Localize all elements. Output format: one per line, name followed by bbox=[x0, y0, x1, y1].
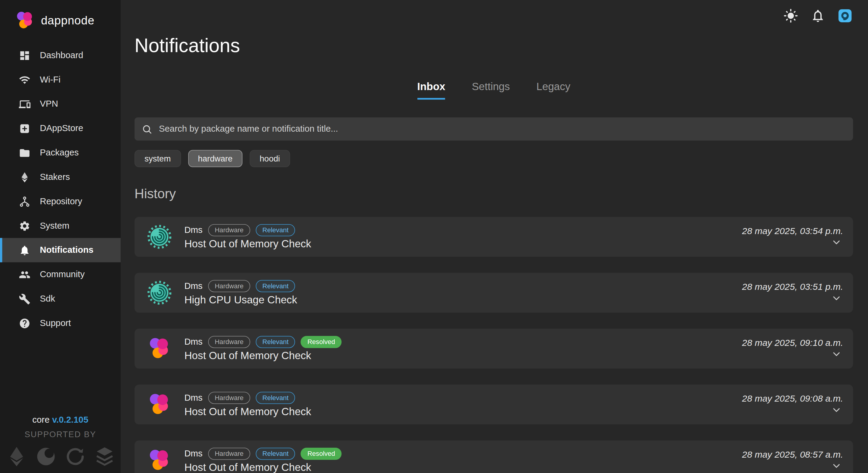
wifi-icon bbox=[19, 74, 30, 86]
hardware-badge: Hardware bbox=[208, 280, 250, 292]
sidebar-item-label: Support bbox=[40, 318, 71, 328]
card-body: Dms Hardware Relevant Resolved Host Out … bbox=[184, 447, 342, 473]
card-source: Dms bbox=[184, 449, 203, 459]
brand[interactable]: dappnode bbox=[0, 0, 121, 39]
bell-icon[interactable] bbox=[810, 8, 826, 24]
notification-card[interactable]: Dms Hardware Relevant Resolved Host Out … bbox=[134, 440, 853, 473]
notification-timestamp: 28 may 2025, 03:54 p.m. bbox=[742, 226, 843, 236]
notification-title: Host Out of Memory Check bbox=[184, 238, 311, 250]
hardware-badge: Hardware bbox=[208, 447, 250, 460]
tab-settings[interactable]: Settings bbox=[472, 81, 510, 99]
sidebar-item-stakers[interactable]: Stakers bbox=[0, 165, 121, 189]
packages-folder-icon bbox=[19, 147, 30, 159]
filter-chips: system hardware hoodi bbox=[134, 150, 853, 167]
notification-timestamp: 28 may 2025, 09:08 a.m. bbox=[742, 393, 843, 404]
sidebar-item-repository[interactable]: Repository bbox=[0, 189, 121, 214]
eth-diamond-logo bbox=[5, 444, 27, 469]
card-body: Dms Hardware Relevant Host Out of Memory… bbox=[184, 224, 311, 250]
sidebar-item-label: DAppStore bbox=[40, 124, 83, 133]
card-body: Dms Hardware Relevant Host Out of Memory… bbox=[184, 391, 311, 417]
dappstore-icon bbox=[19, 123, 30, 134]
card-right: 28 may 2025, 03:54 p.m. bbox=[742, 226, 843, 248]
sidebar-item-community[interactable]: Community bbox=[0, 262, 121, 287]
sidebar-item-label: Sdk bbox=[40, 294, 55, 304]
sidebar-item-dashboard[interactable]: Dashboard bbox=[0, 43, 121, 67]
sidebar-item-packages[interactable]: Packages bbox=[0, 141, 121, 165]
filter-chip-system[interactable]: system bbox=[134, 150, 181, 167]
search-icon bbox=[142, 124, 152, 134]
chevron-down-icon[interactable] bbox=[831, 237, 842, 248]
community-people-icon bbox=[19, 269, 30, 281]
history-heading: History bbox=[134, 186, 853, 201]
hardware-badge: Hardware bbox=[208, 224, 250, 236]
sidebar-item-wifi[interactable]: Wi-Fi bbox=[0, 67, 121, 92]
page-title: Notifications bbox=[134, 0, 853, 56]
sidebar-item-vpn[interactable]: VPN bbox=[0, 92, 121, 116]
hardware-badge: Hardware bbox=[208, 391, 250, 403]
resolved-badge: Resolved bbox=[301, 447, 342, 460]
sidebar-item-label: VPN bbox=[40, 99, 58, 109]
card-source: Dms bbox=[184, 281, 203, 291]
notification-card[interactable]: Dms Hardware Relevant High CPU Usage Che… bbox=[134, 273, 853, 313]
sidebar-item-dappstore[interactable]: DAppStore bbox=[0, 116, 121, 141]
notification-card[interactable]: Dms Hardware Relevant Host Out of Memory… bbox=[134, 217, 853, 257]
card-source: Dms bbox=[184, 225, 203, 235]
chevron-down-icon[interactable] bbox=[831, 349, 842, 360]
resolved-badge: Resolved bbox=[301, 336, 342, 348]
topbar bbox=[783, 8, 852, 24]
partner-logos bbox=[0, 444, 121, 473]
dappnode-avatar-logo bbox=[147, 392, 172, 417]
tab-legacy[interactable]: Legacy bbox=[536, 81, 570, 99]
layer-stack-logo bbox=[93, 444, 115, 469]
sidebar-item-label: Wi-Fi bbox=[40, 75, 61, 85]
dappnode-device-icon[interactable] bbox=[838, 8, 852, 24]
dappnode-avatar-logo bbox=[147, 336, 172, 361]
sidebar-item-system[interactable]: System bbox=[0, 214, 121, 238]
relevant-badge: Relevant bbox=[255, 224, 295, 236]
vpn-devices-icon bbox=[19, 98, 30, 110]
notifications-bell-icon bbox=[19, 244, 30, 256]
card-source: Dms bbox=[184, 392, 203, 403]
chevron-down-icon[interactable] bbox=[831, 405, 842, 416]
dappnode-avatar-logo bbox=[147, 448, 172, 473]
sidebar-item-label: Repository bbox=[40, 196, 82, 207]
support-help-icon bbox=[19, 317, 30, 329]
filter-chip-hardware[interactable]: hardware bbox=[188, 150, 243, 167]
chevron-down-icon[interactable] bbox=[831, 460, 842, 472]
sidebar-nav: Dashboard Wi-Fi VPN DAppStore Packages S… bbox=[0, 43, 121, 335]
tab-inbox[interactable]: Inbox bbox=[417, 81, 445, 99]
system-gear-icon bbox=[19, 220, 30, 232]
dappnode-logo bbox=[14, 10, 36, 31]
brand-name: dappnode bbox=[41, 14, 95, 27]
sidebar-item-sdk[interactable]: Sdk bbox=[0, 286, 121, 311]
card-body: Dms Hardware Relevant Resolved Host Out … bbox=[184, 336, 342, 361]
filter-chip-hoodi[interactable]: hoodi bbox=[250, 150, 290, 167]
search-input[interactable] bbox=[158, 124, 846, 135]
notification-title: Host Out of Memory Check bbox=[184, 405, 311, 417]
sidebar-item-label: Community bbox=[40, 269, 85, 279]
notification-card[interactable]: Dms Hardware Relevant Resolved Host Out … bbox=[134, 329, 853, 369]
sdk-wrench-icon bbox=[19, 293, 30, 305]
notification-card[interactable]: Dms Hardware Relevant Host Out of Memory… bbox=[134, 385, 853, 424]
notification-title: Host Out of Memory Check bbox=[184, 461, 342, 473]
core-version-link[interactable]: v.0.2.105 bbox=[52, 415, 88, 424]
core-label: core bbox=[32, 415, 50, 424]
tabs: Inbox Settings Legacy bbox=[134, 81, 853, 99]
sidebar-item-label: Dashboard bbox=[40, 50, 83, 60]
relevant-badge: Relevant bbox=[255, 336, 295, 348]
sidebar-item-support[interactable]: Support bbox=[0, 311, 121, 335]
stakers-eth-icon bbox=[19, 171, 30, 183]
theme-toggle-sun-icon[interactable] bbox=[783, 8, 798, 24]
card-right: 28 may 2025, 03:51 p.m. bbox=[742, 282, 843, 304]
hardware-badge: Hardware bbox=[208, 336, 250, 348]
repository-fork-icon bbox=[19, 195, 30, 207]
card-right: 28 may 2025, 09:08 a.m. bbox=[742, 393, 843, 415]
notification-timestamp: 28 may 2025, 09:10 a.m. bbox=[742, 338, 843, 348]
notification-list: Dms Hardware Relevant Host Out of Memory… bbox=[134, 217, 853, 473]
sidebar: dappnode Dashboard Wi-Fi VPN DAppStore P… bbox=[0, 0, 121, 473]
app-root: dappnode Dashboard Wi-Fi VPN DAppStore P… bbox=[0, 0, 868, 473]
supported-by-label: SUPPORTED BY bbox=[0, 429, 121, 439]
chevron-down-icon[interactable] bbox=[831, 293, 842, 304]
relevant-badge: Relevant bbox=[255, 280, 295, 292]
sidebar-item-notifications[interactable]: Notifications bbox=[0, 238, 121, 262]
